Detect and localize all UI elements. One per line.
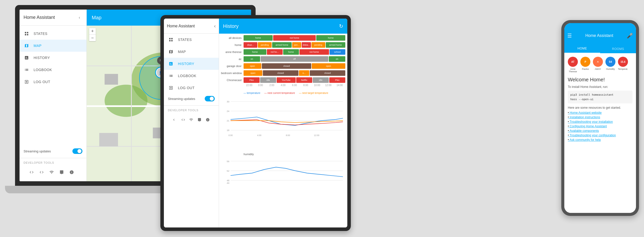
history-grid: all devices home not home home home di [219, 34, 347, 89]
legend-temperature: — temperature [244, 92, 260, 94]
phone-mic-icon[interactable]: 🎤 [627, 33, 633, 39]
time-label: 10:00 [311, 84, 323, 87]
tablet-topbar-title: History [223, 23, 239, 29]
humidity-badge-label: Humidity [606, 68, 615, 70]
tablet-code-icon[interactable] [180, 116, 186, 124]
history-bar: home [316, 35, 345, 41]
history-row-chromecast: Chromecast Plex idle YouTube Netflix idl… [221, 77, 345, 83]
history-bar: off [261, 56, 328, 62]
history-row-anne-therese: anne therese home nol ho... home not hom… [221, 49, 345, 55]
laptop-nav-logout[interactable]: Log Out [20, 76, 86, 88]
history-label-garage-door: garage door [221, 65, 244, 68]
tablet-nav-map-label: Map [178, 50, 186, 54]
time-label: 2:00 [266, 84, 277, 87]
history-bar: idle [260, 77, 276, 83]
history-bar: home [283, 49, 299, 55]
history-bar: diska... [302, 42, 311, 48]
template-icon[interactable] [28, 168, 36, 176]
phone-frame: ☰ Home Assistant 🎤 HOME ROOMS AT AnneThe… [561, 20, 639, 216]
tablet-info-icon[interactable] [204, 116, 211, 124]
avatar-paulus[interactable]: P Paulus [580, 57, 590, 70]
link-available-components[interactable]: Available components [568, 129, 632, 133]
laptop-nav-logout-label: Log Out [34, 80, 50, 84]
info-icon[interactable] [68, 168, 76, 176]
phone-menu-icon[interactable]: ☰ [567, 33, 572, 39]
temperature-badge-label: Temperat. [618, 68, 628, 70]
link-community[interactable]: Ask community for help [568, 138, 632, 142]
history-label-chromecast: Chromecast [221, 79, 244, 82]
svg-text:44: 44 [227, 182, 230, 184]
link-troubleshooting-install[interactable]: Troubleshooting your installation [568, 120, 632, 124]
history-bar: open [244, 63, 261, 69]
link-configuring-ha[interactable]: Configuring Home Assistant [568, 125, 632, 128]
humidity-badge: 54 [605, 57, 615, 67]
tablet-streaming-row: Streaming updates [164, 94, 219, 103]
chart-legend: — temperature — nest current temperature… [221, 91, 345, 95]
avatar-paulus-circle: P [580, 57, 590, 67]
time-label: 22:00 [244, 84, 255, 87]
history-label-home: home [221, 43, 244, 46]
laptop-nav-logbook[interactable]: Logbook [20, 64, 86, 76]
laptop-nav-history[interactable]: History [20, 52, 86, 64]
avatar-humidity: 54 Humidity [605, 57, 615, 70]
tablet-nav-logbook[interactable]: Logbook [164, 70, 219, 82]
phone-tab-home[interactable]: HOME [564, 47, 600, 53]
tablet-nav-logout[interactable]: Log Out [164, 82, 219, 94]
phone-welcome-title: Welcome Home! [568, 77, 632, 83]
zoom-in-button[interactable]: + [89, 28, 96, 35]
history-bar: closed [310, 70, 345, 76]
phone-tab-rooms[interactable]: ROOMS [600, 47, 636, 53]
refresh-icon[interactable]: ↻ [339, 23, 343, 29]
svg-text:12:00: 12:00 [314, 134, 319, 137]
time-label: 4:00 [277, 84, 289, 87]
tablet-sidebar-close-button[interactable]: ‹ [214, 23, 216, 29]
history-bars-all-devices: home not home home [244, 35, 345, 41]
laptop-streaming-row: Streaming updates [20, 146, 86, 156]
tablet-streaming-toggle[interactable] [205, 96, 215, 101]
phone-status-bar [564, 23, 636, 29]
history-bar: home [244, 35, 273, 41]
humidity-label: humidity [221, 152, 345, 156]
code-icon[interactable] [38, 168, 46, 176]
link-ha-website[interactable]: Home Assistant website [568, 111, 632, 114]
tablet-dev-tools-title: Developer Tools [168, 109, 215, 112]
laptop-sidebar-nav: States Map History [20, 26, 86, 146]
history-bars-anne-therese: home nol ho... home not home school [244, 49, 345, 55]
api-icon[interactable] [48, 168, 56, 176]
tablet-main: History ↻ all devices home not home home [219, 19, 347, 227]
history-bars-chromecast: Plex idle YouTube Netflix idle Plex [244, 77, 345, 83]
phone-inner: ☰ Home Assistant 🎤 HOME ROOMS AT AnneThe… [564, 23, 636, 213]
phone-content: AT AnneTherese P Paulus A AWAY 54 Humidi… [564, 53, 636, 213]
laptop-sidebar-close-button[interactable]: ‹ [76, 15, 82, 21]
laptop-streaming-toggle[interactable] [72, 148, 82, 154]
tablet-nav-states[interactable]: States [164, 34, 219, 46]
mqtt-icon[interactable] [58, 168, 66, 176]
link-installation[interactable]: Installation instructions [568, 115, 632, 119]
laptop-nav-states-label: States [34, 32, 47, 36]
history-bar: closed [263, 70, 298, 76]
history-bar: on [244, 56, 260, 62]
tablet-nav-map[interactable]: Map [164, 46, 219, 58]
avatar-away-label: AWAY [595, 68, 601, 70]
history-bar: pen... [292, 42, 301, 48]
avatar-away[interactable]: A AWAY [593, 57, 603, 70]
history-bar: not home [273, 35, 316, 41]
tablet-nav-history[interactable]: History [164, 58, 219, 70]
phone-device: ☰ Home Assistant 🎤 HOME ROOMS AT AnneThe… [561, 20, 639, 216]
tablet-api-icon[interactable] [188, 116, 194, 124]
laptop-nav-map[interactable]: Map [20, 40, 86, 52]
tablet-mqtt-icon[interactable] [196, 116, 203, 124]
tablet-template-icon[interactable] [172, 116, 178, 124]
tablet-device: Home Assistant ‹ States Map [160, 15, 351, 231]
svg-text:52: 52 [227, 169, 230, 172]
avatar-anne-therese-label: AnneTherese [569, 68, 577, 73]
legend-nest-current: — nest current temperature [264, 92, 295, 94]
svg-rect-13 [99, 133, 118, 146]
svg-text:8:00: 8:00 [286, 134, 290, 137]
laptop-nav-states[interactable]: States [20, 28, 86, 40]
tablet-inner: Home Assistant ‹ States Map [164, 19, 347, 227]
link-troubleshooting-config[interactable]: Troubleshooting your configuration [568, 134, 632, 137]
history-bar: armed home [272, 42, 292, 48]
avatar-anne-therese[interactable]: AT AnneTherese [568, 57, 578, 73]
zoom-out-button[interactable]: − [89, 35, 96, 41]
